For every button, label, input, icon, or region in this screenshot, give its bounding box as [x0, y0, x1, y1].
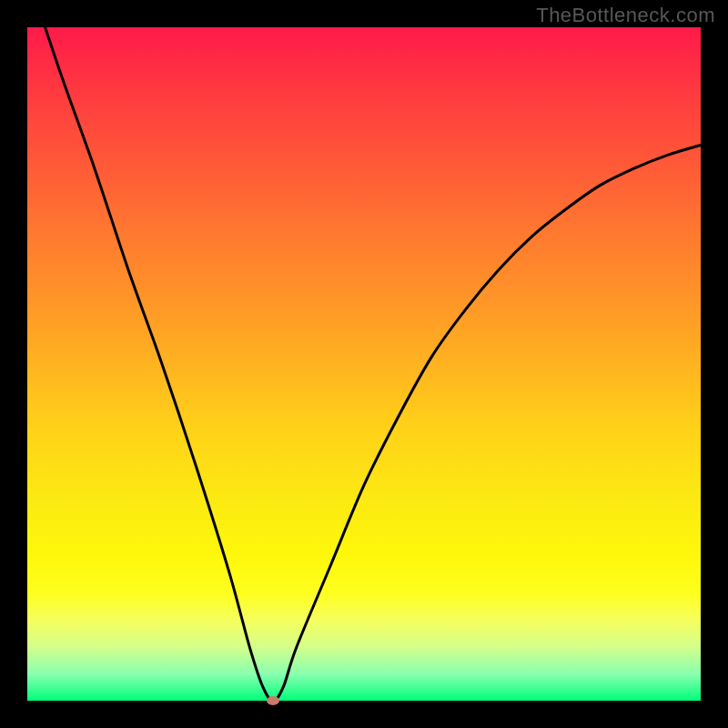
watermark-text: TheBottleneck.com [536, 4, 715, 27]
curve-svg [27, 27, 701, 701]
chart-plot-area [27, 27, 701, 701]
bottleneck-curve-path [27, 27, 701, 701]
minimum-marker [267, 696, 279, 705]
